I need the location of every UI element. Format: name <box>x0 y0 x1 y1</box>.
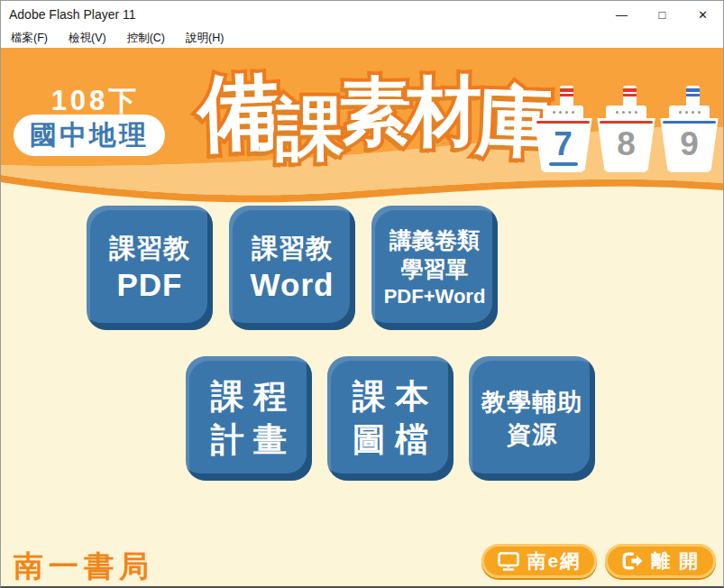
curriculum-plan-button[interactable]: 課 程 計 畫 <box>186 356 312 481</box>
minimize-button[interactable]: — <box>601 1 642 28</box>
monitor-icon <box>498 552 519 571</box>
handouts-worksheets-button[interactable]: 講義卷類 學習單 PDF+Word <box>371 206 498 330</box>
menu-view[interactable]: 檢視(V) <box>66 30 109 47</box>
close-button[interactable]: ✕ <box>683 1 723 28</box>
button-line: 教學輔助 <box>481 386 582 418</box>
title-char: 備 <box>197 55 283 170</box>
button-line: 講義卷類 <box>389 225 480 254</box>
button-line: 資源 <box>507 418 557 451</box>
teaching-aids-button[interactable]: 教學輔助 資源 <box>469 356 595 481</box>
button-line: 圖 檔 <box>353 418 428 462</box>
button-line: PDF+Word <box>384 283 486 310</box>
menu-file[interactable]: 檔案(F) <box>8 30 50 47</box>
publisher-logo: 南一書局 <box>14 547 154 587</box>
menu-control[interactable]: 控制(C) <box>124 30 168 47</box>
grade-7-label: 7 <box>554 126 573 162</box>
flash-stage: 108下 國中地理 備 課 素 材 庫 7 <box>1 48 723 587</box>
button-line: 課習教 <box>252 231 333 265</box>
titlebar: Adobe Flash Player 11 — □ ✕ <box>1 1 723 28</box>
button-line: PDF <box>117 265 183 305</box>
grade-9-label: 9 <box>680 126 699 162</box>
button-line: 計 畫 <box>211 418 287 462</box>
grade-8-label: 8 <box>617 126 636 162</box>
exit-button[interactable]: 離 開 <box>605 544 716 578</box>
workbook-word-button[interactable]: 課習教 Word <box>229 206 355 330</box>
menu-help[interactable]: 說明(H) <box>183 30 226 47</box>
window-title: Adobe Flash Player 11 <box>1 7 601 22</box>
footer-buttons: 南e網 離 開 <box>481 544 716 578</box>
flash-player-window: Adobe Flash Player 11 — □ ✕ 檔案(F) 檢視(V) … <box>0 0 724 588</box>
site-button-label: 南e網 <box>527 548 581 574</box>
material-buttons-row1: 課習教 PDF 課習教 Word 講義卷類 學習單 PDF+Word <box>87 206 498 330</box>
boat-hull-icon: 8 <box>596 118 656 172</box>
exit-icon <box>621 552 644 570</box>
button-line: 課習教 <box>109 231 190 265</box>
title-char: 課 <box>276 84 344 177</box>
subject-badge: 國中地理 <box>14 115 165 156</box>
button-line: 課 本 <box>353 375 428 418</box>
grade-selector: 7 8 9 <box>533 80 719 176</box>
grade-9-boat[interactable]: 9 <box>659 80 719 176</box>
exit-button-label: 離 開 <box>651 548 700 574</box>
button-line: Word <box>251 265 335 305</box>
boat-deck-icon <box>669 106 710 118</box>
button-line: 學習單 <box>401 254 469 283</box>
workbook-pdf-button[interactable]: 課習教 PDF <box>87 206 213 330</box>
nan-e-web-button[interactable]: 南e網 <box>481 544 597 578</box>
boat-deck-icon <box>606 106 646 118</box>
grade-selected-underline <box>549 162 578 166</box>
boat-deck-icon <box>543 106 583 118</box>
textbook-images-button[interactable]: 課 本 圖 檔 <box>327 356 454 481</box>
grade-7-boat[interactable]: 7 <box>533 80 593 176</box>
boat-hull-icon: 7 <box>533 118 593 172</box>
boat-hull-icon: 9 <box>659 118 719 172</box>
app-title: 備 課 素 材 庫 <box>201 57 549 169</box>
grade-8-boat[interactable]: 8 <box>596 80 656 176</box>
material-buttons-row2: 課 程 計 畫 課 本 圖 檔 教學輔助 資源 <box>186 356 595 481</box>
subject-label: 國中地理 <box>30 117 149 154</box>
title-char: 素 <box>339 64 411 161</box>
button-line: 課 程 <box>211 375 287 418</box>
window-controls: — □ ✕ <box>601 1 723 28</box>
menubar: 檔案(F) 檢視(V) 控制(C) 說明(H) <box>1 28 723 48</box>
title-char: 材 <box>406 60 481 163</box>
maximize-button[interactable]: □ <box>642 1 683 28</box>
